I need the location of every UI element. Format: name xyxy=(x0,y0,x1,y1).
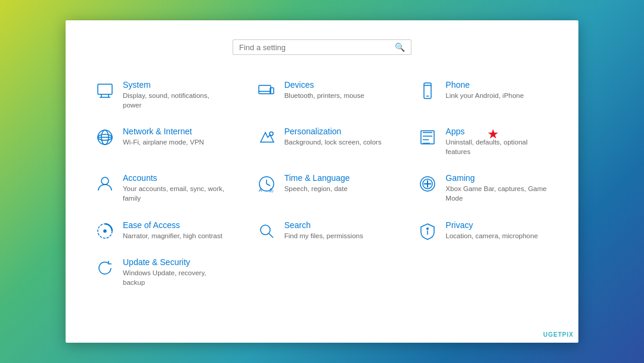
setting-item-personalization[interactable]: Personalization Background, lock screen,… xyxy=(242,118,403,165)
privacy-text: Privacy Location, camera, microphone xyxy=(445,220,538,241)
privacy-title: Privacy xyxy=(445,220,538,230)
gaming-title: Gaming xyxy=(445,173,552,183)
system-text: System Display, sound, notifications, po… xyxy=(123,80,230,110)
update-icon xyxy=(92,257,118,278)
svg-text:A: A xyxy=(259,187,262,193)
setting-item-devices[interactable]: Devices Bluetooth, printers, mouse xyxy=(242,72,403,118)
system-title: System xyxy=(123,80,230,90)
phone-icon xyxy=(414,80,441,100)
devices-icon xyxy=(253,80,280,100)
setting-item-ease[interactable]: Ease of Access Narrator, magnifier, high… xyxy=(80,212,242,249)
setting-item-time[interactable]: Aあ Time & Language Speech, region, date xyxy=(242,165,403,211)
svg-rect-0 xyxy=(98,84,112,94)
time-title: Time & Language xyxy=(284,173,350,183)
svg-point-20 xyxy=(101,177,109,184)
update-text: Update & Security Windows Update, recove… xyxy=(123,257,230,287)
setting-item-network[interactable]: Network & Internet Wi-Fi, airplane mode,… xyxy=(80,118,242,165)
search-desc: Find my files, permissions xyxy=(284,231,363,241)
search-bar[interactable]: 🔍 xyxy=(233,39,411,55)
search-icon xyxy=(253,220,280,241)
personalization-title: Personalization xyxy=(284,127,382,136)
privacy-desc: Location, camera, microphone xyxy=(445,231,538,241)
setting-item-accounts[interactable]: Accounts Your accounts, email, sync, wor… xyxy=(80,165,242,211)
time-text: Time & Language Speech, region, date xyxy=(284,173,350,193)
network-text: Network & Internet Wi-Fi, airplane mode,… xyxy=(123,127,204,147)
ease-desc: Narrator, magnifier, high contrast xyxy=(123,231,222,241)
search-text: Search Find my files, permissions xyxy=(284,220,363,241)
accounts-desc: Your accounts, email, sync, work, family xyxy=(123,184,230,203)
gaming-desc: Xbox Game Bar, captures, Game Mode xyxy=(445,184,552,203)
ease-icon xyxy=(92,220,118,241)
ease-text: Ease of Access Narrator, magnifier, high… xyxy=(123,220,222,241)
phone-title: Phone xyxy=(445,80,524,90)
network-desc: Wi-Fi, airplane mode, VPN xyxy=(123,137,204,147)
setting-item-phone[interactable]: Phone Link your Android, iPhone xyxy=(402,72,564,118)
time-icon: Aあ xyxy=(253,173,280,193)
system-desc: Display, sound, notifications, power xyxy=(123,91,230,110)
settings-grid: System Display, sound, notifications, po… xyxy=(80,72,564,296)
svg-rect-4 xyxy=(259,85,271,94)
setting-item-system[interactable]: System Display, sound, notifications, po… xyxy=(80,72,242,118)
phone-desc: Link your Android, iPhone xyxy=(445,91,524,100)
gaming-text: Gaming Xbox Game Bar, captures, Game Mod… xyxy=(445,173,552,203)
svg-line-23 xyxy=(267,184,270,186)
settings-window: 🔍 System Display, sound, notifications, … xyxy=(66,20,578,343)
system-icon xyxy=(92,80,118,100)
setting-item-update[interactable]: Update & Security Windows Update, recove… xyxy=(80,249,242,296)
network-title: Network & Internet xyxy=(123,127,204,136)
setting-item-privacy[interactable]: Privacy Location, camera, microphone xyxy=(402,212,564,249)
svg-text:あ: あ xyxy=(269,187,274,193)
search-icon: 🔍 xyxy=(395,42,405,52)
search-title: Search xyxy=(284,220,363,230)
devices-title: Devices xyxy=(284,80,364,90)
personalization-text: Personalization Background, lock screen,… xyxy=(284,127,382,147)
search-bar-wrap: 🔍 xyxy=(80,39,564,55)
svg-point-32 xyxy=(261,225,270,235)
search-input[interactable] xyxy=(239,43,392,52)
ease-title: Ease of Access xyxy=(123,220,222,230)
personalization-desc: Background, lock screen, colors xyxy=(284,137,382,147)
phone-text: Phone Link your Android, iPhone xyxy=(445,80,524,100)
accounts-title: Accounts xyxy=(123,173,230,183)
accounts-icon xyxy=(92,173,118,193)
update-title: Update & Security xyxy=(123,257,230,267)
apps-desc: Uninstall, defaults, optional features xyxy=(445,137,552,156)
network-icon xyxy=(92,127,118,147)
svg-point-35 xyxy=(426,227,429,230)
apps-title: Apps xyxy=(445,127,552,136)
svg-point-31 xyxy=(104,230,106,232)
svg-point-14 xyxy=(270,132,273,136)
time-desc: Speech, region, date xyxy=(284,184,350,193)
devices-desc: Bluetooth, printers, mouse xyxy=(284,91,364,100)
setting-item-search[interactable]: Search Find my files, permissions xyxy=(242,212,403,249)
update-desc: Windows Update, recovery, backup xyxy=(123,268,230,287)
apps-icon xyxy=(414,127,441,147)
privacy-icon xyxy=(414,220,441,241)
setting-item-gaming[interactable]: Gaming Xbox Game Bar, captures, Game Mod… xyxy=(402,165,564,211)
gaming-icon xyxy=(414,173,441,193)
devices-text: Devices Bluetooth, printers, mouse xyxy=(284,80,364,100)
accounts-text: Accounts Your accounts, email, sync, wor… xyxy=(123,173,230,203)
personalization-icon xyxy=(253,127,280,147)
watermark-label: UGETPIX xyxy=(543,331,574,338)
svg-line-33 xyxy=(269,233,273,238)
setting-item-apps[interactable]: Apps Uninstall, defaults, optional featu… xyxy=(402,118,564,165)
apps-text: Apps Uninstall, defaults, optional featu… xyxy=(445,127,552,156)
